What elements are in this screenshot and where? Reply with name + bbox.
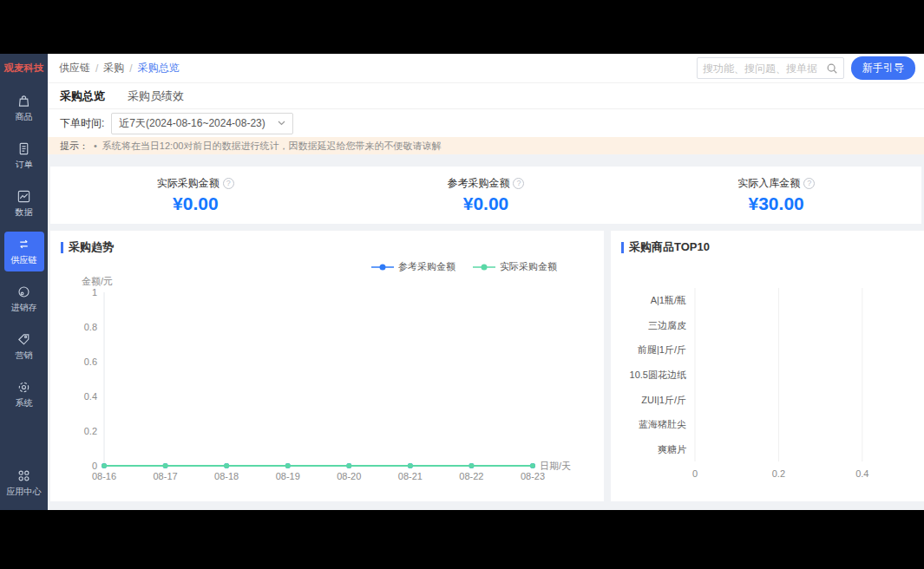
charts-row: 采购趋势 参考采购金额实际采购金额 00.20.40.60.8108-1608-… bbox=[50, 231, 921, 501]
breadcrumb-item[interactable]: 供应链 bbox=[59, 61, 90, 75]
date-range-select[interactable]: 近7天(2024-08-16~2024-08-23) bbox=[111, 113, 292, 134]
svg-text:前腿|1斤/斤: 前腿|1斤/斤 bbox=[637, 344, 686, 355]
screen: 观麦科技 商品 订单 数据 供应链 进销存 bbox=[0, 0, 924, 569]
metric-label: 实际采购金额 ? bbox=[157, 176, 234, 191]
logo: 观麦科技 bbox=[4, 62, 44, 75]
sidebar-item-app-center[interactable]: 应用中心 bbox=[4, 463, 44, 503]
date-range-value: 近7天(2024-08-16~2024-08-23) bbox=[119, 116, 265, 131]
help-icon[interactable]: ? bbox=[223, 178, 234, 189]
card-title: 采购趋势 bbox=[61, 239, 593, 255]
svg-text:08-20: 08-20 bbox=[337, 471, 361, 481]
search-box[interactable] bbox=[697, 57, 844, 79]
tab-buyer-performance[interactable]: 采购员绩效 bbox=[128, 88, 184, 104]
breadcrumb-current: 采购总览 bbox=[138, 61, 180, 75]
metric-reference-purchase: 参考采购金额 ? ¥0.00 bbox=[447, 176, 524, 214]
metric-actual-purchase: 实际采购金额 ? ¥0.00 bbox=[157, 176, 234, 214]
svg-text:08-19: 08-19 bbox=[276, 471, 300, 481]
sidebar-item-label: 应用中心 bbox=[7, 486, 42, 498]
tab-purchase-overview[interactable]: 采购总览 bbox=[60, 88, 105, 104]
app-center-icon bbox=[16, 468, 31, 483]
card-title-text: 采购趋势 bbox=[69, 239, 114, 255]
trend-chart[interactable]: 00.20.40.60.8108-1608-1708-1808-1908-200… bbox=[61, 273, 593, 500]
sidebar-item-inventory[interactable]: 进销存 bbox=[4, 279, 44, 319]
svg-text:1: 1 bbox=[92, 287, 97, 298]
top10-card: 采购商品TOP10 00.20.4A|1瓶/瓶三边腐皮前腿|1斤/斤10.5圆花… bbox=[611, 231, 924, 501]
metric-label: 参考采购金额 ? bbox=[447, 176, 524, 191]
search-icon[interactable] bbox=[826, 62, 838, 75]
svg-text:0: 0 bbox=[92, 461, 97, 471]
topbar: 供应链 / 采购 / 采购总览 新手引导 bbox=[48, 54, 924, 83]
notice-bullet: • bbox=[94, 141, 97, 151]
trend-legend: 参考采购金额实际采购金额 bbox=[61, 260, 593, 273]
help-icon[interactable]: ? bbox=[803, 178, 815, 189]
legend-item[interactable]: 参考采购金额 bbox=[371, 260, 455, 273]
tabs: 采购总览 采购员绩效 bbox=[48, 83, 924, 109]
sidebar-item-orders[interactable]: 订单 bbox=[4, 136, 44, 176]
legend-item[interactable]: 实际采购金额 bbox=[473, 260, 557, 273]
sidebar-item-goods[interactable]: 商品 bbox=[4, 88, 44, 128]
system-icon bbox=[16, 380, 31, 395]
sidebar-item-label: 数据 bbox=[16, 206, 33, 219]
help-icon[interactable]: ? bbox=[513, 178, 524, 189]
purchase-trend-card: 采购趋势 参考采购金额实际采购金额 00.20.40.60.8108-1608-… bbox=[50, 231, 604, 501]
sidebar-item-marketing[interactable]: 营销 bbox=[4, 327, 44, 367]
card-title: 采购商品TOP10 bbox=[621, 239, 924, 255]
svg-text:0.4: 0.4 bbox=[855, 468, 868, 479]
svg-text:10.5圆花边纸: 10.5圆花边纸 bbox=[630, 370, 686, 380]
svg-text:金额/元: 金额/元 bbox=[82, 276, 113, 286]
order-time-label: 下单时间: bbox=[60, 116, 104, 131]
svg-text:爽糖片: 爽糖片 bbox=[658, 444, 686, 455]
svg-text:A|1瓶/瓶: A|1瓶/瓶 bbox=[651, 295, 686, 305]
goods-icon bbox=[16, 94, 31, 108]
notice-bar: 提示： • 系统将在当日12:00对前日的数据进行统计，因数据延迟给您带来的不便… bbox=[48, 137, 924, 154]
metric-label-text: 实际入库金额 bbox=[737, 176, 800, 191]
title-bar-accent bbox=[621, 242, 624, 253]
svg-text:08-22: 08-22 bbox=[459, 471, 483, 481]
data-icon bbox=[16, 189, 31, 204]
content: 实际采购金额 ? ¥0.00 参考采购金额 ? ¥0.00 bbox=[48, 154, 924, 510]
supply-chain-icon bbox=[16, 237, 31, 252]
svg-text:08-17: 08-17 bbox=[154, 471, 178, 481]
sidebar: 观麦科技 商品 订单 数据 供应链 进销存 bbox=[0, 54, 48, 510]
marketing-icon bbox=[16, 332, 31, 347]
svg-text:08-23: 08-23 bbox=[521, 471, 545, 481]
metric-value: ¥0.00 bbox=[447, 193, 524, 214]
topbar-right: 新手引导 bbox=[697, 56, 915, 80]
metric-actual-inbound: 实际入库金额 ? ¥30.00 bbox=[737, 176, 815, 214]
svg-text:0.8: 0.8 bbox=[84, 322, 97, 332]
svg-text:0.4: 0.4 bbox=[84, 391, 97, 402]
svg-text:08-21: 08-21 bbox=[398, 471, 423, 481]
newbie-guide-button[interactable]: 新手引导 bbox=[851, 56, 915, 80]
metric-label-text: 参考采购金额 bbox=[447, 176, 509, 191]
sidebar-item-label: 商品 bbox=[16, 111, 33, 123]
svg-text:08-18: 08-18 bbox=[214, 471, 239, 481]
breadcrumb-separator: / bbox=[129, 62, 132, 75]
sidebar-item-data[interactable]: 数据 bbox=[4, 184, 44, 224]
search-input[interactable] bbox=[703, 62, 826, 75]
sidebar-item-label: 供应链 bbox=[11, 254, 37, 266]
breadcrumb-item[interactable]: 采购 bbox=[103, 61, 124, 75]
metric-value: ¥0.00 bbox=[157, 193, 234, 214]
svg-text:0.2: 0.2 bbox=[772, 468, 785, 479]
svg-text:日期/天: 日期/天 bbox=[540, 461, 571, 471]
metric-label: 实际入库金额 ? bbox=[737, 176, 815, 191]
svg-text:0.2: 0.2 bbox=[84, 426, 97, 436]
sidebar-item-label: 订单 bbox=[16, 159, 33, 171]
sidebar-item-label: 系统 bbox=[16, 397, 33, 409]
stats-card: 实际采购金额 ? ¥0.00 参考采购金额 ? ¥0.00 bbox=[50, 167, 921, 224]
filter-row: 下单时间: 近7天(2024-08-16~2024-08-23) bbox=[48, 109, 924, 137]
sidebar-item-supply-chain[interactable]: 供应链 bbox=[4, 232, 44, 271]
svg-text:三边腐皮: 三边腐皮 bbox=[648, 320, 686, 330]
notice-prefix: 提示： bbox=[60, 140, 88, 153]
metric-value: ¥30.00 bbox=[737, 193, 815, 214]
svg-text:0: 0 bbox=[692, 468, 698, 479]
metric-label-text: 实际采购金额 bbox=[157, 176, 220, 191]
card-title-text: 采购商品TOP10 bbox=[629, 239, 710, 255]
svg-text:ZUI|1斤/斤: ZUI|1斤/斤 bbox=[641, 395, 686, 405]
sidebar-item-system[interactable]: 系统 bbox=[4, 375, 44, 415]
inventory-icon bbox=[16, 284, 31, 299]
app-window: 观麦科技 商品 订单 数据 供应链 进销存 bbox=[0, 54, 924, 510]
top10-chart[interactable]: 00.20.4A|1瓶/瓶三边腐皮前腿|1斤/斤10.5圆花边纸ZUI|1斤/斤… bbox=[621, 262, 924, 493]
svg-text:0.6: 0.6 bbox=[84, 356, 97, 367]
svg-text:08-16: 08-16 bbox=[92, 471, 116, 481]
